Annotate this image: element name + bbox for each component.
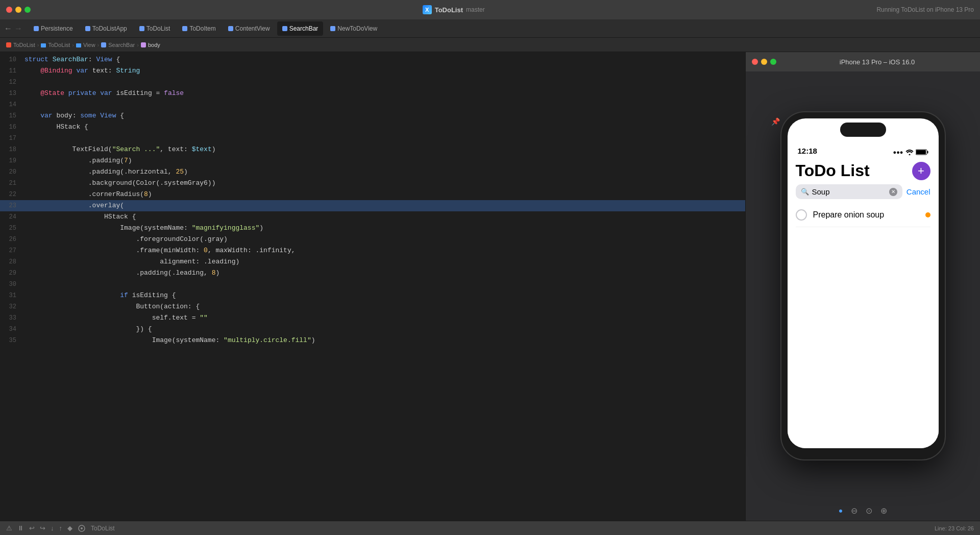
code-editor[interactable]: 10 struct SearchBar: View { 11 @Binding … [0,52,745,521]
tab-icon [139,26,144,31]
add-icon: + [918,165,924,177]
sim-maximize-button[interactable] [770,59,776,65]
iphone-screen: 12:18 ●●● [788,118,939,448]
todo-list: Prepare onion soup [788,203,939,448]
running-status: Running ToDoList on iPhone 13 Pro [876,6,974,13]
close-button[interactable] [6,7,12,13]
breadcrumb-item-2[interactable]: ToDoList [41,42,70,48]
tab-icon [34,26,39,31]
code-line-24: 24 HStack { [0,211,745,223]
step-over-icon[interactable]: ↪ [40,524,45,532]
pin-icon[interactable]: 📌 [771,117,780,126]
svg-point-10 [81,527,83,529]
status-bar-bottom: ⚠ ⏸ ↩ ↪ ↓ ↑ ◆ ToDoList Line: 23 Col: 26 [0,521,980,535]
tab-newtodoview[interactable]: NewToDoView [325,21,382,36]
struct-icon [101,42,106,47]
var-icon [141,42,146,47]
svg-rect-3 [101,42,106,47]
sim-debug-button[interactable]: ● [839,506,843,515]
breakpoint-icon[interactable]: ◆ [67,524,72,532]
sim-minimize-button[interactable] [761,59,767,65]
breadcrumb-sep-2: › [72,42,74,48]
svg-point-5 [909,154,910,156]
app-header: ToDo List + [788,157,939,184]
simulator-title-bar: iPhone 13 Pro – iOS 16.0 [746,52,980,71]
sim-zoom-in-button[interactable]: ⊕ [880,506,887,516]
tab-icon [85,26,90,31]
phone-time: 12:18 [798,147,817,155]
nav-back[interactable]: ← [4,24,12,33]
tab-persistence[interactable]: Persistence [29,21,78,36]
code-line-23: 23 .overlay( [0,200,745,211]
breadcrumb: ToDoList › ToDoList › View › SearchBar ›… [0,38,980,52]
breadcrumb-item-3[interactable]: View [76,42,95,48]
home-bar [838,448,889,450]
breadcrumb-item-5[interactable]: body [141,42,160,48]
code-line-10: 10 struct SearchBar: View { [0,54,745,65]
maximize-button[interactable] [24,7,31,13]
sim-traffic-lights [752,59,776,65]
code-line-25: 25 Image(systemName: "magnifyingglass") [0,223,745,234]
code-line-19: 19 .padding(7) [0,155,745,166]
code-line-16: 16 HStack { [0,121,745,133]
sim-zoom-out-button[interactable]: ⊖ [851,506,857,516]
folder-icon-2 [76,42,81,47]
wifi-icon [905,149,914,155]
breadcrumb-item-4[interactable]: SearchBar [101,42,135,48]
todo-checkbox[interactable] [796,209,807,221]
tab-todoitem[interactable]: ToDoItem [177,21,220,36]
signal-icon: ●●● [893,149,903,155]
code-line-28: 28 alignment: .leading) [0,256,745,268]
simulator-controls: ● ⊖ ⊙ ⊕ [746,500,980,521]
cancel-button[interactable]: Cancel [906,187,930,196]
svg-rect-8 [916,150,926,154]
tab-contentview[interactable]: ContentView [223,21,275,36]
tab-icon [330,26,335,31]
sim-close-button[interactable] [752,59,758,65]
code-line-32: 32 Button(action: { [0,301,745,312]
search-text[interactable]: Soup [812,187,886,196]
simulator-panel: iPhone 13 Pro – iOS 16.0 📌 12:18 [745,52,980,521]
search-clear-button[interactable]: ✕ [889,188,897,196]
breadcrumb-sep: › [37,42,39,48]
code-line-20: 20 .padding(.horizontal, 25) [0,166,745,178]
minimize-button[interactable] [15,7,21,13]
simulator-title: iPhone 13 Pro – iOS 16.0 [780,58,974,66]
code-line-22: 22 .cornerRadius(8) [0,189,745,200]
step-out-icon[interactable]: ↑ [59,524,63,532]
app-title: ToDo List [796,161,870,180]
tab-icon [228,26,233,31]
breadcrumb-sep-4: › [137,42,139,48]
code-line-13: 13 @State private var isEditing = false [0,88,745,99]
step-into-icon[interactable]: ↓ [51,524,54,532]
sim-zoom-reset-button[interactable]: ⊙ [866,506,872,516]
running-text: Running ToDoList on iPhone 13 Pro [876,6,974,13]
search-bar-container: 🔍 Soup ✕ Cancel [788,184,939,203]
tab-todolist[interactable]: ToDoList [134,21,176,36]
todolist-label: ToDoList [91,525,115,532]
search-input-wrapper[interactable]: 🔍 Soup ✕ [796,184,902,199]
tab-searchbar[interactable]: SearchBar [277,21,324,36]
tab-bar: ← → Persistence ToDoListApp ToDoList ToD… [0,19,980,38]
swift-icon [6,42,11,47]
code-line-30: 30 [0,279,745,290]
title-bar-center: X ToDoList master [35,5,872,14]
window-subtitle: master [466,6,485,13]
svg-rect-7 [927,151,928,154]
location-icon [78,524,86,532]
code-line-14: 14 [0,99,745,110]
breadcrumb-item[interactable]: ToDoList [6,42,35,48]
step-back-icon[interactable]: ↩ [29,524,35,532]
traffic-lights [6,7,31,13]
code-line-18: 18 TextField("Search ...", text: $text) [0,144,745,155]
tab-todolistapp[interactable]: ToDoListApp [80,21,132,36]
pause-icon[interactable]: ⏸ [17,524,24,532]
code-line-35: 35 Image(systemName: "multiply.circle.fi… [0,335,745,346]
add-todo-button[interactable]: + [912,162,930,180]
todo-item-text: Prepare onion soup [813,210,919,220]
todo-item: Prepare onion soup [796,203,930,227]
svg-rect-4 [141,42,146,47]
code-line-27: 27 .frame(minWidth: 0, maxWidth: .infini… [0,245,745,256]
status-icons: ⚠ ⏸ ↩ ↪ ↓ ↑ ◆ ToDoList [6,524,115,532]
folder-icon [41,42,46,47]
